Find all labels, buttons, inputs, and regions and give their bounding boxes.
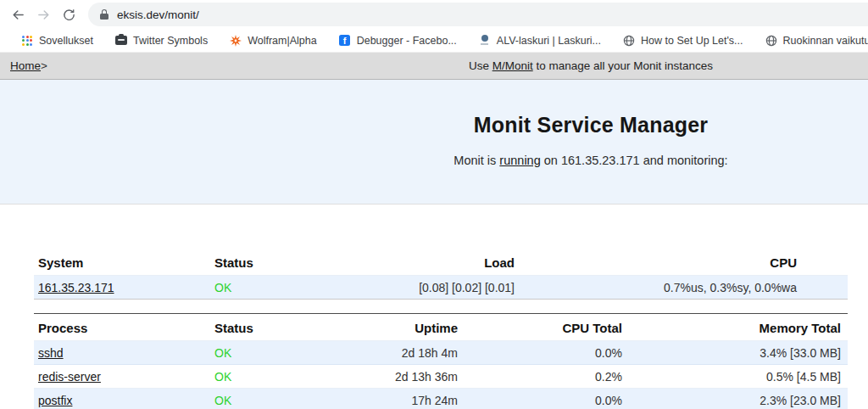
breadcrumb-separator: >	[41, 59, 47, 72]
uptime-value: 2d 18h 4m	[402, 346, 458, 360]
col-header-load: Load	[352, 249, 521, 276]
col-header-memory-total: Memory Total	[629, 314, 848, 341]
facebook-icon: f	[339, 35, 351, 47]
bookmark-label: Twitter Symbols	[133, 35, 208, 47]
site-favicon	[479, 35, 491, 47]
bookmark-label: Wolfram|Alpha	[248, 35, 317, 47]
cpu-total-value-cell: 0.0%	[465, 389, 629, 409]
system-table-header-row: System Status Load CPU	[34, 249, 848, 276]
lock-icon[interactable]	[99, 8, 109, 20]
url-text[interactable]: eksis.dev/monit/	[117, 8, 199, 21]
uptime-value-cell: 2d 13h 36m	[352, 365, 465, 389]
system-host-link-cell: 161.35.23.171	[34, 276, 210, 300]
back-arrow-icon	[11, 8, 25, 22]
uptime-value: 2d 13h 36m	[395, 370, 458, 384]
cpu-total-value-cell: 0.2%	[465, 365, 629, 389]
page-title: Monit Service Manager	[0, 80, 868, 137]
browser-toolbar: eksis.dev/monit/	[0, 0, 868, 29]
breadcrumb: Home >	[10, 53, 47, 79]
process-link-cell: sshd	[34, 341, 210, 365]
running-link[interactable]: running	[499, 154, 540, 167]
status-value-cell: OK	[210, 389, 352, 409]
bookmark-item-3[interactable]: fDebugger - Facebo...	[328, 35, 468, 47]
col-header-cpu: CPU	[521, 249, 848, 276]
cpu-total-value: 0.0%	[595, 394, 622, 407]
bookmark-label: ALV-laskuri | Laskuri...	[497, 35, 601, 47]
wolfram-star-icon	[230, 35, 242, 47]
mmonit-link[interactable]: M/Monit	[492, 59, 533, 72]
home-link[interactable]: Home	[10, 59, 41, 72]
table-row: postfixOK17h 24m0.0%2.3% [23.0 MB]	[34, 389, 848, 409]
bookmark-item-1[interactable]: Twitter Symbols	[104, 35, 219, 47]
monit-page: Home > Use M/Monit to manage all your Mo…	[0, 53, 868, 409]
load-value-cell: [0.08] [0.02] [0.01]	[352, 276, 521, 300]
process-link[interactable]: sshd	[38, 346, 64, 360]
forward-arrow-icon	[36, 8, 51, 22]
process-table: Process Status Uptime CPU Total Memory T…	[34, 313, 848, 409]
refresh-icon	[62, 8, 76, 22]
col-header-process: Process	[34, 314, 210, 341]
col-header-cpu-total: CPU Total	[465, 314, 629, 341]
status-value-cell: OK	[210, 365, 352, 389]
memory-total-value-cell: 3.4% [33.0 MB]	[629, 341, 848, 365]
status-value: OK	[214, 346, 231, 360]
monit-header-bar: Home > Use M/Monit to manage all your Mo…	[0, 53, 868, 80]
globe-icon	[623, 35, 635, 47]
system-table: System Status Load CPU 161.35.23.171OK[0…	[34, 249, 848, 300]
load-value: [0.08] [0.02] [0.01]	[419, 281, 515, 294]
bookmark-label: How to Set Up Let's...	[641, 35, 743, 47]
bookmark-label: Ruokinnan vaikutus...	[783, 35, 868, 47]
refresh-button[interactable]	[56, 2, 81, 27]
cpu-total-value: 0.0%	[595, 346, 622, 360]
hero-section: Monit Service Manager Monit is running o…	[0, 80, 868, 204]
mmonit-banner: Use M/Monit to manage all your Monit ins…	[0, 53, 868, 79]
status-value: OK	[214, 281, 231, 294]
cpu-value-cell: 0.7%us, 0.3%sy, 0.0%wa	[521, 276, 848, 300]
col-header-system: System	[34, 249, 210, 276]
process-table-header-row: Process Status Uptime CPU Total Memory T…	[34, 314, 848, 341]
bookmark-label: Sovellukset	[39, 35, 93, 47]
bookmarks-bar: SovelluksetTwitter SymbolsWolfram|Alphaf…	[0, 29, 868, 53]
process-link-cell: redis-server	[34, 365, 210, 389]
cpu-total-value-cell: 0.0%	[465, 341, 629, 365]
memory-total-value-cell: 2.3% [23.0 MB]	[629, 389, 848, 409]
back-button[interactable]	[5, 2, 31, 27]
monit-content: System Status Load CPU 161.35.23.171OK[0…	[34, 249, 848, 409]
status-value: OK	[214, 394, 231, 407]
typewriter-icon	[115, 35, 127, 47]
table-row: redis-serverOK2d 13h 36m0.2%0.5% [4.5 MB…	[34, 365, 848, 389]
bookmark-item-4[interactable]: ALV-laskuri | Laskuri...	[468, 35, 612, 47]
bookmark-item-2[interactable]: Wolfram|Alpha	[219, 35, 328, 47]
apps-grid-icon	[21, 35, 33, 47]
address-bar[interactable]: eksis.dev/monit/	[88, 3, 868, 26]
bookmark-item-5[interactable]: How to Set Up Let's...	[612, 35, 754, 47]
uptime-value-cell: 17h 24m	[352, 389, 465, 409]
table-row: sshdOK2d 18h 4m0.0%3.4% [33.0 MB]	[34, 341, 848, 365]
bookmark-item-6[interactable]: Ruokinnan vaikutus...	[754, 35, 868, 47]
memory-total-value-cell: 0.5% [4.5 MB]	[629, 365, 848, 389]
page-subtitle: Monit is running on 161.35.23.171 and mo…	[0, 154, 868, 167]
col-header-status: Status	[210, 314, 352, 341]
process-link[interactable]: postfix	[38, 394, 72, 407]
memory-total-value: 2.3% [23.0 MB]	[760, 394, 841, 407]
process-link-cell: postfix	[34, 389, 210, 409]
memory-total-value: 3.4% [33.0 MB]	[760, 346, 841, 360]
status-value-cell: OK	[210, 341, 352, 365]
system-host-link[interactable]: 161.35.23.171	[38, 281, 114, 294]
status-value-cell: OK	[210, 276, 352, 300]
cpu-total-value: 0.2%	[595, 370, 622, 384]
col-header-uptime: Uptime	[352, 314, 465, 341]
bookmark-item-0[interactable]: Sovellukset	[10, 35, 104, 47]
table-row: 161.35.23.171OK[0.08] [0.02] [0.01]0.7%u…	[34, 276, 848, 300]
memory-total-value: 0.5% [4.5 MB]	[766, 370, 841, 384]
col-header-status: Status	[210, 249, 352, 276]
uptime-value: 17h 24m	[412, 394, 458, 407]
cpu-value: 0.7%us, 0.3%sy, 0.0%wa	[664, 281, 797, 294]
uptime-value-cell: 2d 18h 4m	[352, 341, 465, 365]
forward-button[interactable]	[31, 2, 56, 27]
process-link[interactable]: redis-server	[38, 370, 101, 384]
bookmark-label: Debugger - Facebo...	[357, 35, 457, 47]
globe-icon	[765, 35, 777, 47]
status-value: OK	[214, 370, 231, 384]
